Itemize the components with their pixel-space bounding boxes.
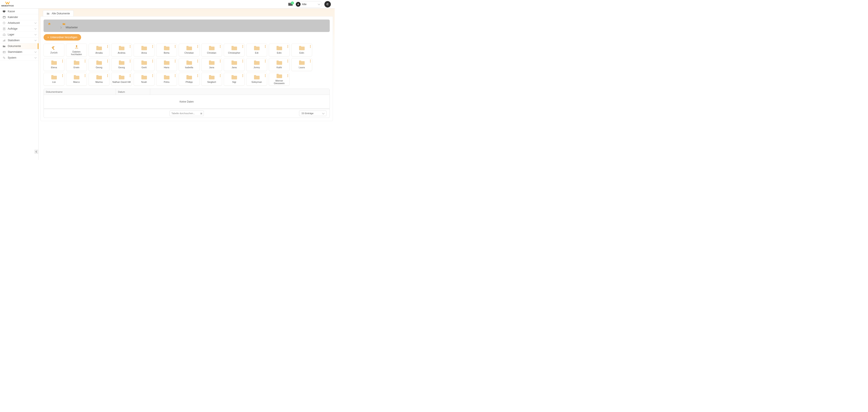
tile-menu-button[interactable] [152,60,153,62]
folder-tile[interactable]: Berta [156,43,177,56]
tile-menu-button[interactable] [175,60,176,62]
tile-menu-button[interactable] [220,74,221,77]
tile-menu-button[interactable] [197,74,198,77]
folder-tile[interactable]: Marina [89,73,110,86]
column-dokumentname[interactable]: Dokumentname [44,89,116,95]
folder-tile[interactable]: Edi [246,43,267,56]
folder-tile[interactable]: Sigi [224,73,245,86]
sidebar-item-label: Dokumente [8,45,21,48]
folder-tile[interactable]: Jana [224,58,245,71]
tab-all-documents[interactable]: Alle Dokumente [43,10,73,16]
breadcrumb-current[interactable]: Mitarbeiter [66,26,78,29]
folder-tile[interactable]: Süleyman [246,73,267,86]
tile-label: Jana [231,66,238,69]
folder-tile[interactable]: Georg [89,58,110,71]
tile-menu-button[interactable] [62,60,63,62]
tile-menu-button[interactable] [287,60,288,62]
tile-label: Laura [298,66,306,69]
folder-tile[interactable]: Laura [291,58,312,71]
tile-menu-button[interactable] [220,60,221,62]
tile-menu-button[interactable] [85,74,85,77]
tile-menu-button[interactable] [242,45,243,48]
folder-tile[interactable]: Nathan David Hill [111,73,132,86]
tile-upload[interactable]: Dateien hochladen [66,43,87,56]
tile-menu-button[interactable] [85,60,85,62]
tile-menu-button[interactable] [242,60,243,62]
tile-menu-button[interactable] [130,45,130,48]
folder-tile[interactable]: Lisi [43,73,64,86]
sidebar-collapse-button[interactable] [34,150,39,154]
sidebar-item-kalender[interactable]: Kalender [0,14,38,20]
clear-icon[interactable]: ▣ [200,112,202,115]
entries-per-page-select[interactable]: 15 Einträge [299,111,327,116]
folder-tile[interactable]: Hans [156,58,177,71]
tile-menu-button[interactable] [242,74,243,77]
sidebar-item-arbeitszeit[interactable]: Arbeitszeit [0,20,38,26]
tile-menu-button[interactable] [220,45,221,48]
table-search-input[interactable]: Tabelle durchsuchen... ▣ [169,111,204,116]
tile-menu-button[interactable] [265,45,266,48]
tile-menu-button[interactable] [310,60,311,62]
folder-tile[interactable]: Siegbert [201,73,222,86]
folder-tile[interactable]: Christopher [224,43,245,56]
folder-tile[interactable]: Georg [111,58,132,71]
tile-menu-button[interactable] [197,45,198,48]
folder-tile[interactable]: Erwin [66,58,87,71]
folder-icon [254,75,259,79]
folder-tile[interactable]: Edin [269,43,290,56]
folder-tile[interactable]: Philipp [179,73,199,86]
tile-menu-button[interactable] [130,60,130,62]
folder-tile[interactable]: Jonny [246,58,267,71]
folder-tile[interactable]: Jana [201,58,222,71]
tile-menu-button[interactable] [62,74,63,77]
tile-label: Gerti [141,66,148,69]
tile-menu-button[interactable] [107,60,108,62]
folder-tile[interactable]: Marco [66,73,87,86]
folder-tile[interactable]: Edin [291,43,312,56]
breadcrumb-home[interactable] [48,23,51,25]
tile-menu-button[interactable] [310,45,311,48]
sidebar-item-kasse[interactable]: Kasse [0,8,38,14]
tile-menu-button[interactable] [152,45,153,48]
tile-menu-button[interactable] [265,74,266,77]
tile-menu-button[interactable] [130,74,130,77]
tile-menu-button[interactable] [107,45,108,48]
folder-tile[interactable]: Elena [43,58,64,71]
folder-tile[interactable]: Amalia [89,43,110,56]
folder-tile[interactable]: Anna [134,43,154,56]
folder-tile[interactable]: Kathi [269,58,290,71]
folder-tile[interactable]: Noah [134,73,154,86]
tile-menu-button[interactable] [265,60,266,62]
tile-menu-button[interactable] [197,60,198,62]
tile-menu-button[interactable] [152,74,153,77]
folder-tile[interactable]: Christian [179,43,199,56]
tile-label: Christopher [227,52,241,54]
sidebar-item-statistiken[interactable]: Statistiken [0,37,38,43]
tile-menu-button[interactable] [287,45,288,48]
sidebar-item-dokumente[interactable]: Dokumente [0,43,38,49]
scope-filter-select[interactable]: A Alle [295,1,322,7]
folder-tile[interactable]: Christian [201,43,222,56]
sidebar-item-stammdaten[interactable]: Stammdaten [0,49,38,55]
tile-menu-button[interactable] [175,45,176,48]
sidebar-item-label: Stammdaten [8,51,22,53]
brand-logo[interactable]: WEBOFFICE [1,1,14,7]
folder-tile[interactable]: Isabella [179,58,199,71]
folder-tile[interactable]: Werner Giesswein [269,73,290,86]
sidebar-item-aufträge[interactable]: Aufträge [0,26,38,32]
sidebar-item-lager[interactable]: Lager [0,32,38,37]
tile-menu-button[interactable] [287,74,288,77]
folder-icon [231,60,237,65]
tile-back[interactable]: Zurück [43,43,64,56]
folder-tile[interactable]: Andrea [111,43,132,56]
folder-tile[interactable]: Gerti [134,58,154,71]
tile-menu-button[interactable] [107,74,108,77]
folder-tile[interactable]: Petra [156,73,177,86]
user-avatar[interactable]: C [324,1,331,7]
column-datum[interactable]: Datum [116,89,150,95]
add-subfolder-button[interactable]: + Unterordner hinzufügen [43,34,81,40]
notifications-button[interactable]: 0 [288,3,292,6]
nav-icon [3,22,6,24]
sidebar-item-system[interactable]: System [0,55,38,61]
tile-menu-button[interactable] [175,74,176,77]
